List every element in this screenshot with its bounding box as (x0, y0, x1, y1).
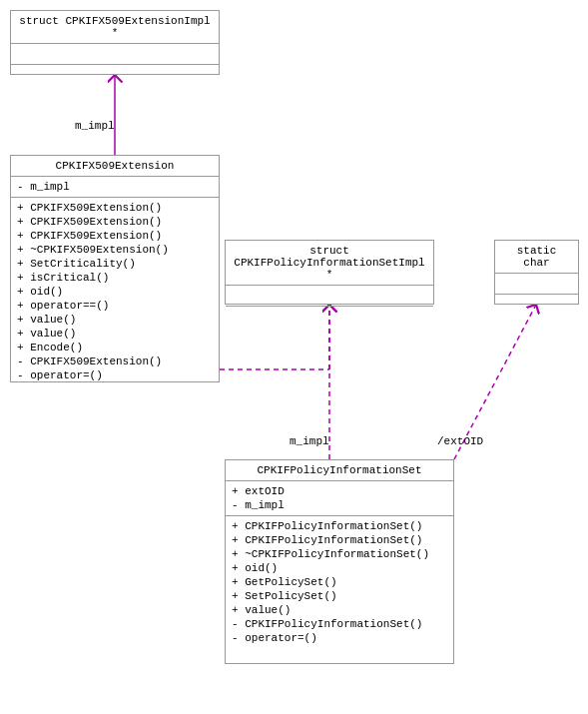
struct-impl-section2 (11, 65, 219, 85)
struct-impl-title: struct CPKIFX509ExtensionImpl * (11, 11, 219, 44)
struct-impl-section1 (11, 44, 219, 65)
extoid-label: /extOID (437, 435, 483, 447)
static-char-box: static char (494, 240, 579, 305)
cpkif-policy-set-title: CPKIFPolicyInformationSet (226, 460, 453, 481)
cpkifx509extension-box: CPKIFX509Extension - m_impl + CPKIFX509E… (10, 155, 220, 382)
struct-impl-box: struct CPKIFX509ExtensionImpl * (10, 10, 220, 75)
static-char-s2 (495, 295, 578, 315)
static-char-s1 (495, 274, 578, 295)
cpkif-policy-set-methods: + CPKIFPolicyInformationSet() + CPKIFPol… (226, 516, 453, 648)
struct-policy-impl-box: struct CPKIFPolicyInformationSetImpl * (225, 240, 434, 305)
struct-policy-impl-s2 (226, 307, 433, 327)
cpkifx509extension-methods: + CPKIFX509Extension() + CPKIFX509Extens… (11, 198, 219, 385)
m-impl-label-bottom: m_impl (290, 435, 329, 447)
cpkifx509extension-attrs: - m_impl (11, 177, 219, 198)
m-impl-label-top: m_impl (75, 120, 115, 132)
diagram-container: struct CPKIFX509ExtensionImpl * m_impl C… (0, 0, 588, 714)
struct-policy-impl-s1 (226, 286, 433, 307)
cpkif-policy-set-attrs: + extOID - m_impl (226, 481, 453, 516)
cpkif-policy-set-box: CPKIFPolicyInformationSet + extOID - m_i… (225, 459, 454, 664)
static-char-title: static char (495, 241, 578, 274)
struct-policy-impl-title: struct CPKIFPolicyInformationSetImpl * (226, 241, 433, 286)
cpkifx509extension-title: CPKIFX509Extension (11, 156, 219, 177)
